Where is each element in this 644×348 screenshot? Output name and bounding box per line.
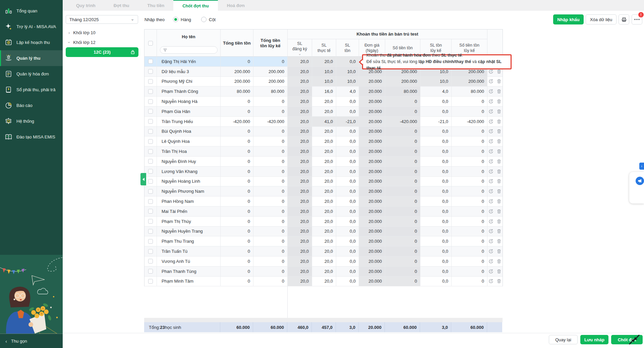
sl-dang-ky-cell[interactable]: 20,0 [288,177,312,186]
sidebar-item-2[interactable]: Lập kế hoạch thu [0,35,63,50]
sidebar-item-4[interactable]: Quản lý hóa đơn [0,66,63,82]
history-icon[interactable] [488,109,493,114]
sl-dang-ky-cell[interactable]: 20,0 [288,207,312,216]
sl-dang-ky-cell[interactable]: 20,0 [288,147,312,156]
history-icon[interactable] [488,89,493,94]
tab-1[interactable]: Đợt thu [105,0,138,11]
row-checkbox[interactable] [148,229,153,234]
sl-dang-ky-cell[interactable]: 20,0 [288,57,312,66]
scrollbar-track[interactable] [144,318,503,322]
tree-group-khoi-lop-10[interactable]: › Khối lớp 10 [68,30,96,35]
row-checkbox[interactable] [148,129,153,134]
table-row[interactable]: Nguyễn Hoàng Linh 0 0 20,0 20,0 0,0 20.0… [144,177,503,187]
table-row[interactable]: Trần Thị Hoa 0 0 20,0 20,0 0,0 20.000 0 … [144,147,503,157]
select-all-checkbox[interactable] [148,41,153,46]
trash-icon[interactable] [496,79,502,84]
sl-dang-ky-cell[interactable]: 20,0 [288,77,312,86]
tab-0[interactable]: Quy trình [67,0,105,11]
sl-dang-ky-cell[interactable]: 20,0 [288,277,312,286]
row-checkbox[interactable] [148,239,153,244]
trash-icon[interactable] [496,139,502,144]
sidebar-item-7[interactable]: Hệ thống [0,113,63,129]
row-checkbox[interactable] [148,209,153,214]
sl-thuc-te-cell[interactable]: 20,0 [312,227,336,236]
history-icon[interactable] [488,189,493,194]
row-checkbox[interactable] [148,59,153,64]
row-checkbox[interactable] [148,99,153,104]
row-checkbox[interactable] [148,159,153,164]
trash-icon[interactable] [496,179,502,184]
trash-icon[interactable] [496,119,502,124]
table-row[interactable]: Phạm Minh Tâm 0 0 20,0 20,0 0,0 20.000 0… [144,277,503,287]
sl-thuc-te-cell[interactable]: 20,0 [312,186,336,196]
sidebar-item-1[interactable]: Trợ lý AI - MISA AVA [0,19,63,35]
history-icon[interactable] [488,229,493,234]
sl-thuc-te-cell[interactable]: 20,0 [312,207,336,216]
trash-icon[interactable] [496,219,502,224]
table-row[interactable]: Phạm Thu Trang 0 0 20,0 20,0 0,0 20.000 … [144,236,503,246]
history-icon[interactable] [488,239,493,244]
sl-thuc-te-cell[interactable]: 20,0 [312,256,336,266]
sl-dang-ky-cell[interactable]: 20,0 [288,107,312,116]
sidebar-item-6[interactable]: Báo cáo [0,98,63,113]
sl-dang-ky-cell[interactable]: 20,0 [288,117,312,126]
table-row[interactable]: Trần Tuấn Tú 0 0 20,0 20,0 0,0 20.000 0 … [144,246,503,256]
sl-thuc-te-cell[interactable]: 20,0 [312,167,336,176]
sl-dang-ky-cell[interactable]: 20,0 [288,256,312,266]
sl-thuc-te-cell[interactable]: 20,0 [312,107,336,116]
sl-dang-ky-cell[interactable]: 20,0 [288,246,312,256]
row-checkbox[interactable] [148,149,153,154]
sidebar-item-8[interactable]: Đào tạo MISA EMIS [0,129,63,145]
sl-thuc-te-cell[interactable]: 20,0 [312,97,336,106]
row-checkbox[interactable] [148,199,153,204]
table-row[interactable]: Phan Hồng Nam 0 0 20,0 20,0 0,0 20.000 0… [144,196,503,207]
trash-icon[interactable] [496,159,502,164]
sl-thuc-te-cell[interactable]: 20,0 [312,127,336,136]
history-icon[interactable] [488,209,493,214]
radio-option-row[interactable]: Hàng [173,15,191,24]
trash-icon[interactable] [496,169,502,174]
table-row[interactable]: Nguyễn Huyền Trang 0 0 20,0 20,0 0,0 20.… [144,227,503,237]
trash-icon[interactable] [496,239,502,244]
sl-dang-ky-cell[interactable]: 20,0 [288,236,312,246]
table-row[interactable]: Bùi Quỳnh Hoa 0 0 20,0 20,0 0,0 20.000 0… [144,127,503,137]
name-filter-input[interactable] [160,46,218,54]
row-checkbox[interactable] [148,269,153,274]
expand-widget-tab[interactable]: › [639,163,644,170]
row-checkbox[interactable] [148,139,153,144]
table-row[interactable]: Phạm Thị Thùy 0 0 20,0 20,0 0,0 20.000 0… [144,217,503,227]
clear-data-button[interactable]: Xóa dữ liệu [586,14,617,24]
sl-dang-ky-cell[interactable]: 20,0 [288,127,312,136]
trash-icon[interactable] [496,269,502,274]
sl-dang-ky-cell[interactable]: 20,0 [288,67,312,76]
sl-thuc-te-cell[interactable]: 20,0 [312,267,336,276]
sl-thuc-te-cell[interactable]: 20,0 [312,157,336,166]
trash-icon[interactable] [496,189,502,194]
sl-dang-ky-cell[interactable]: 20,0 [288,196,312,206]
table-row[interactable]: Phạm Thành Công 80.000 80.000 20,0 16,0 … [144,86,503,97]
tab-2[interactable]: Thu tiền [138,0,174,11]
history-icon[interactable] [488,199,493,204]
sl-thuc-te-cell[interactable]: 20,0 [312,57,336,66]
table-row[interactable]: Phạm Gia Hân 0 0 20,0 20,0 0,0 20.000 0 … [144,107,503,117]
table-row[interactable]: Phương Mỹ Chi 200.000 200.000 20,0 10,0 … [144,77,503,87]
history-icon[interactable] [488,139,493,144]
history-icon[interactable] [488,159,493,164]
sl-thuc-te-cell[interactable]: 10,0 [312,67,336,76]
sl-dang-ky-cell[interactable]: 20,0 [288,186,312,196]
sl-dang-ky-cell[interactable]: 20,0 [288,86,312,96]
trash-icon[interactable] [496,259,502,264]
radio-option-column[interactable]: Cột [201,15,216,24]
sl-dang-ky-cell[interactable]: 20,0 [288,97,312,106]
row-checkbox[interactable] [148,79,153,84]
sidebar-item-5[interactable]: Sổ phải thu, phải trả [0,82,63,98]
trash-icon[interactable] [496,209,502,214]
back-button[interactable]: Quay lại [549,335,578,344]
row-checkbox[interactable] [148,109,153,114]
table-row[interactable]: Nguyễn Đình Huy 0 0 20,0 20,0 0,0 20.000… [144,157,503,167]
row-checkbox[interactable] [148,69,153,74]
history-icon[interactable] [488,249,493,254]
tab-3[interactable]: Chốt đợt thu [173,0,218,11]
collapse-sidebar-button[interactable]: ‹ Thu gọn [0,334,63,348]
history-icon[interactable] [488,179,493,184]
